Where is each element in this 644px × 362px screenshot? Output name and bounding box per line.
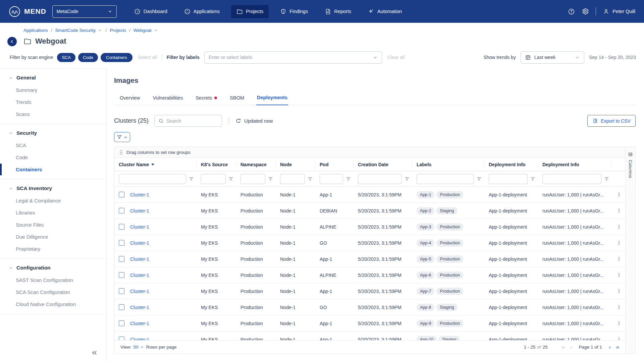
cluster-link[interactable]: Cluster-1 bbox=[130, 289, 149, 294]
row-checkbox[interactable] bbox=[119, 320, 124, 326]
column-filter-input[interactable] bbox=[358, 174, 402, 184]
sidebar-section-header[interactable]: General bbox=[0, 72, 106, 84]
tab-overview[interactable]: Overview bbox=[119, 92, 141, 105]
tab-vulnerabilities[interactable]: Vulnerabilities bbox=[152, 92, 183, 105]
row-menu-button[interactable] bbox=[612, 272, 625, 278]
gear-icon[interactable] bbox=[582, 8, 589, 15]
org-selector[interactable]: MetaCode bbox=[52, 5, 117, 18]
back-button[interactable] bbox=[7, 37, 17, 46]
sidebar-item-scans[interactable]: Scans bbox=[0, 108, 106, 120]
sidebar-item-sast-scan-configuration[interactable]: SAST Scan Configuration bbox=[0, 274, 106, 286]
row-menu-button[interactable] bbox=[612, 288, 625, 294]
sidebar-collapse-button[interactable] bbox=[91, 350, 98, 356]
cluster-link[interactable]: Cluster-1 bbox=[130, 321, 149, 326]
user-menu[interactable]: Peter Quill bbox=[603, 8, 635, 15]
sidebar-item-legal-compliance[interactable]: Legal & Compliance bbox=[0, 195, 106, 206]
labels-filter-input[interactable] bbox=[209, 55, 373, 60]
export-csv-button[interactable]: Export to CSV bbox=[587, 115, 636, 127]
sidebar-item-containers[interactable]: Containers bbox=[0, 164, 106, 175]
row-menu-button[interactable] bbox=[612, 208, 625, 214]
sidebar-item-trends[interactable]: Trends bbox=[0, 96, 106, 108]
last-page-icon[interactable]: » bbox=[616, 344, 619, 350]
column-filter-input[interactable] bbox=[201, 174, 226, 184]
nav-item-findings[interactable]: Findings bbox=[275, 5, 313, 18]
prev-page-icon[interactable]: ‹ bbox=[570, 344, 572, 350]
tab-sbom[interactable]: SBOM bbox=[229, 92, 245, 105]
column-filter-input[interactable] bbox=[320, 174, 343, 184]
sidebar-item-sca-scan-configuration[interactable]: SCA Scan Configuration bbox=[0, 286, 106, 298]
row-checkbox[interactable] bbox=[119, 208, 124, 214]
cluster-link[interactable]: Cluster-1 bbox=[130, 224, 149, 230]
row-menu-button[interactable] bbox=[612, 337, 625, 340]
column-header-creation-date[interactable]: Creation Date bbox=[354, 161, 412, 168]
column-filter-input[interactable] bbox=[119, 174, 186, 184]
column-header-deployment-info[interactable]: Deployment Info bbox=[538, 161, 612, 168]
column-header-k8-s-source[interactable]: K8's Source bbox=[197, 161, 236, 168]
column-filter-input[interactable] bbox=[417, 174, 474, 184]
sidebar-item-sca[interactable]: SCA bbox=[0, 139, 106, 151]
funnel-icon[interactable] bbox=[477, 176, 482, 181]
column-header-cluster-name[interactable]: Cluster Name bbox=[114, 161, 197, 168]
sidebar-item-proprietary[interactable]: Proprietary bbox=[0, 243, 106, 255]
row-checkbox[interactable] bbox=[119, 337, 124, 340]
funnel-icon[interactable] bbox=[268, 176, 273, 181]
sidebar-item-source-files[interactable]: Source Files bbox=[0, 219, 106, 231]
column-header-deployment-info[interactable]: Deployment Info bbox=[484, 161, 538, 168]
sidebar-section-header[interactable]: Configuration bbox=[0, 262, 106, 274]
funnel-icon[interactable] bbox=[530, 176, 535, 181]
funnel-icon[interactable] bbox=[228, 176, 233, 181]
column-filter-input[interactable] bbox=[280, 174, 305, 184]
nav-item-applications[interactable]: Applications bbox=[179, 5, 225, 18]
sidebar-item-cloud-native-configuration[interactable]: Cloud Native Configuration bbox=[0, 298, 106, 310]
column-header-labels[interactable]: Labels bbox=[412, 161, 484, 168]
engine-pill-sca[interactable]: SCA bbox=[57, 53, 75, 62]
row-menu-button[interactable] bbox=[612, 320, 625, 326]
breadcrumb-item[interactable]: Applications bbox=[23, 28, 48, 33]
funnel-icon[interactable] bbox=[604, 176, 609, 181]
chevron-down-icon[interactable] bbox=[373, 55, 378, 60]
search-input[interactable] bbox=[166, 118, 218, 124]
row-checkbox[interactable] bbox=[119, 224, 124, 230]
funnel-icon[interactable] bbox=[405, 176, 410, 181]
cluster-link[interactable]: Cluster-1 bbox=[130, 240, 149, 246]
row-checkbox[interactable] bbox=[119, 192, 124, 197]
first-page-icon[interactable]: « bbox=[562, 344, 565, 350]
trends-period-select[interactable]: Last week bbox=[521, 51, 584, 64]
column-header-pod[interactable]: Pod bbox=[315, 161, 354, 168]
columns-panel-tab[interactable]: Columns bbox=[625, 147, 635, 354]
row-menu-button[interactable] bbox=[612, 192, 625, 197]
sidebar-item-code[interactable]: Code bbox=[0, 152, 106, 163]
select-all-link[interactable]: Select all bbox=[138, 55, 157, 60]
row-checkbox[interactable] bbox=[119, 256, 124, 262]
tab-deployments[interactable]: Deployments bbox=[256, 92, 288, 105]
row-checkbox[interactable] bbox=[119, 304, 124, 310]
nav-item-projects[interactable]: Projects bbox=[231, 5, 269, 18]
engine-pill-code[interactable]: Code bbox=[78, 53, 98, 62]
clear-all-link[interactable]: Clear all bbox=[387, 55, 405, 60]
funnel-icon[interactable] bbox=[346, 176, 351, 181]
table-filter-button[interactable] bbox=[114, 132, 130, 142]
sidebar-section-header[interactable]: Security bbox=[0, 127, 106, 139]
nav-item-automation[interactable]: Automation bbox=[363, 5, 407, 18]
cluster-link[interactable]: Cluster-1 bbox=[130, 256, 149, 262]
column-filter-input[interactable] bbox=[240, 174, 265, 184]
row-menu-button[interactable] bbox=[612, 240, 625, 246]
rows-per-page-select[interactable]: 50 bbox=[133, 345, 144, 350]
help-icon[interactable] bbox=[568, 8, 575, 15]
row-checkbox[interactable] bbox=[119, 272, 124, 278]
funnel-icon[interactable] bbox=[308, 176, 313, 181]
tab-secrets[interactable]: Secrets bbox=[195, 92, 218, 105]
funnel-icon[interactable] bbox=[189, 176, 194, 181]
sidebar-item-due-dilligence[interactable]: Due Dilligence bbox=[0, 231, 106, 243]
row-menu-button[interactable] bbox=[612, 304, 625, 310]
cluster-link[interactable]: Cluster-1 bbox=[130, 208, 149, 214]
refresh-icon[interactable] bbox=[235, 118, 241, 124]
next-page-icon[interactable]: › bbox=[609, 344, 611, 350]
cluster-link[interactable]: Cluster-1 bbox=[130, 305, 149, 310]
breadcrumb-item[interactable]: Webgoat bbox=[133, 28, 152, 33]
chevron-down-icon[interactable] bbox=[154, 28, 158, 33]
nav-item-reports[interactable]: Reports bbox=[319, 5, 357, 18]
engine-pill-containers[interactable]: Containers bbox=[101, 53, 132, 62]
breadcrumb-item[interactable]: SmartCode Security bbox=[55, 28, 96, 33]
chevron-down-icon[interactable] bbox=[98, 28, 102, 33]
